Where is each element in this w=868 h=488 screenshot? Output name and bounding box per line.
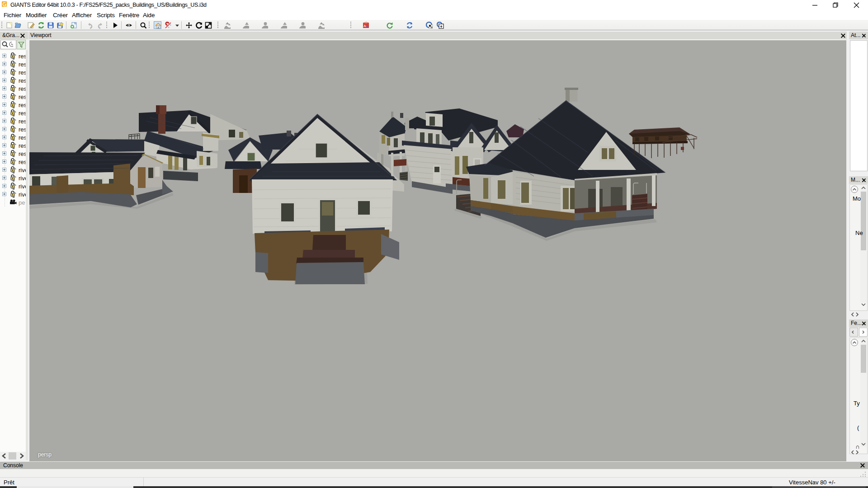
svg-text:B: B xyxy=(366,24,368,28)
